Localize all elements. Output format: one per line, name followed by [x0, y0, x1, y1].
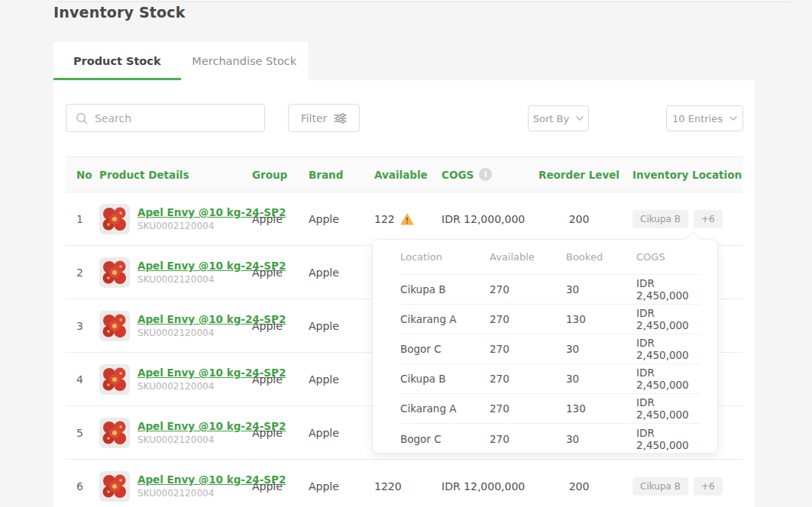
- product-details-cell: Apel Envy @10 kg-24-SP2 SKU0002120004: [99, 364, 252, 395]
- row-number: 5: [66, 427, 99, 439]
- popover-booked-value: 30: [566, 283, 636, 295]
- location-badge[interactable]: Cikupa B: [632, 477, 688, 496]
- product-sku: SKU0002120004: [137, 274, 252, 285]
- popover-available-value: 270: [490, 313, 566, 325]
- search-input[interactable]: [95, 112, 255, 124]
- product-image: [99, 257, 130, 288]
- product-image: [99, 311, 130, 341]
- group-cell: Apple: [252, 427, 309, 439]
- group-cell: Apple: [252, 266, 309, 279]
- chevron-down-icon: [730, 116, 737, 121]
- popover-location-value: Cikarang A: [400, 313, 490, 325]
- group-cell: Apple: [252, 373, 309, 386]
- popover-available-value: 270: [490, 283, 566, 295]
- column-header-cogs: COGS i: [442, 168, 538, 181]
- popover-cogs-value: IDR 2,450,000: [636, 277, 700, 302]
- popover-cogs-value: IDR 2,450,000: [636, 307, 700, 331]
- tab-merchandise-stock[interactable]: Merchandise Stock: [181, 42, 309, 80]
- available-cell: 122: [374, 213, 442, 225]
- product-details-cell: Apel Envy @10 kg-24-SP2 SKU0002120004: [99, 204, 252, 234]
- popover-cogs-value: IDR 2,450,000: [636, 337, 700, 361]
- column-header-reorder-level: Reorder Level: [538, 169, 620, 181]
- inventory-location-cell: Cikupa B +6: [620, 210, 743, 228]
- popover-booked-value: 130: [566, 313, 636, 325]
- popover-available-value: 270: [490, 373, 566, 385]
- table-header-row: No Product Details Group Brand Available…: [66, 157, 743, 192]
- available-value: 122: [374, 213, 395, 225]
- brand-cell: Apple: [309, 480, 374, 492]
- popover-booked-value: 30: [566, 433, 636, 445]
- group-cell: Apple: [252, 213, 309, 225]
- product-image: [99, 418, 130, 448]
- popover-row: Bogor C 270 30 IDR 2,450,000: [400, 334, 700, 364]
- product-name-link[interactable]: Apel Envy @10 kg-24-SP2: [137, 206, 252, 218]
- column-header-group: Group: [252, 169, 309, 181]
- product-details-cell: Apel Envy @10 kg-24-SP2 SKU0002120004: [99, 471, 252, 502]
- product-sku: SKU0002120004: [137, 328, 252, 338]
- brand-cell: Apple: [309, 373, 374, 386]
- column-header-brand: Brand: [309, 169, 374, 181]
- popover-booked-value: 30: [566, 343, 636, 355]
- product-info: Apel Envy @10 kg-24-SP2 SKU0002120004: [137, 367, 252, 392]
- page-title: Inventory Stock: [53, 4, 186, 21]
- filter-sliders-icon: [334, 113, 347, 124]
- sort-by-label: Sort By: [533, 113, 569, 124]
- cogs-info-icon[interactable]: i: [479, 168, 492, 181]
- entries-dropdown[interactable]: 10 Entries: [666, 105, 743, 131]
- row-number: 1: [66, 213, 99, 225]
- cogs-cell: IDR 12,000,000: [442, 213, 538, 225]
- search-icon: [76, 112, 88, 124]
- search-box[interactable]: [66, 104, 265, 132]
- filter-button[interactable]: Filter: [288, 104, 360, 132]
- popover-header-row: Location Available Booked COGS: [400, 240, 700, 275]
- product-sku: SKU0002120004: [137, 488, 252, 499]
- group-cell: Apple: [252, 480, 309, 492]
- popover-booked-value: 30: [566, 373, 636, 385]
- cogs-cell: IDR 12,000,000: [442, 480, 538, 492]
- popover-column-booked: Booked: [566, 251, 636, 263]
- brand-cell: Apple: [309, 266, 374, 279]
- sort-by-dropdown[interactable]: Sort By: [528, 105, 589, 131]
- product-image: [99, 471, 130, 502]
- product-name-link[interactable]: Apel Envy @10 kg-24-SP2: [137, 473, 252, 486]
- product-details-cell: Apel Envy @10 kg-24-SP2 SKU0002120004: [99, 257, 252, 288]
- popover-cogs-value: IDR 2,450,000: [636, 367, 700, 391]
- product-image: [99, 364, 130, 395]
- column-header-product-details: Product Details: [99, 169, 252, 181]
- row-number: 2: [66, 266, 99, 279]
- popover-available-value: 270: [490, 343, 566, 355]
- inventory-location-cell: Cikupa B +6: [620, 477, 743, 496]
- popover-available-value: 270: [490, 433, 566, 445]
- row-number: 4: [66, 373, 99, 386]
- brand-cell: Apple: [309, 427, 374, 439]
- product-image: [99, 204, 130, 234]
- low-stock-warning-icon[interactable]: [400, 213, 414, 225]
- tab-product-stock[interactable]: Product Stock: [53, 42, 181, 80]
- product-name-link[interactable]: Apel Envy @10 kg-24-SP2: [137, 367, 252, 379]
- available-value: 1220: [374, 480, 402, 492]
- more-locations-badge[interactable]: +6: [694, 477, 723, 496]
- popover-row: Cikupa B 270 30 IDR 2,450,000: [400, 275, 700, 305]
- popover-cogs-value: IDR 2,450,000: [636, 427, 700, 451]
- more-locations-badge[interactable]: +6: [694, 210, 723, 228]
- filter-button-label: Filter: [301, 112, 328, 124]
- entries-label: 10 Entries: [672, 113, 723, 124]
- product-name-link[interactable]: Apel Envy @10 kg-24-SP2: [137, 260, 252, 272]
- brand-cell: Apple: [309, 213, 374, 225]
- reorder-level-cell: 200: [538, 213, 620, 225]
- popover-booked-value: 130: [566, 402, 636, 415]
- tab-bar: Product Stock Merchandise Stock: [53, 42, 308, 80]
- popover-location-value: Cikarang A: [400, 402, 490, 415]
- product-info: Apel Envy @10 kg-24-SP2 SKU0002120004: [137, 313, 252, 338]
- row-number: 3: [66, 320, 99, 332]
- column-header-available: Available: [374, 169, 442, 181]
- popover-column-location: Location: [400, 251, 490, 263]
- popover-body: Cikupa B 270 30 IDR 2,450,000 Cikarang A…: [400, 275, 700, 454]
- product-name-link[interactable]: Apel Envy @10 kg-24-SP2: [137, 313, 252, 325]
- product-details-cell: Apel Envy @10 kg-24-SP2 SKU0002120004: [99, 418, 252, 448]
- location-badge[interactable]: Cikupa B: [632, 210, 688, 228]
- product-sku: SKU0002120004: [137, 221, 252, 231]
- column-header-inventory-location: Inventory Location: [620, 169, 743, 181]
- product-name-link[interactable]: Apel Envy @10 kg-24-SP2: [137, 420, 252, 432]
- popover-location-value: Bogor C: [400, 433, 490, 445]
